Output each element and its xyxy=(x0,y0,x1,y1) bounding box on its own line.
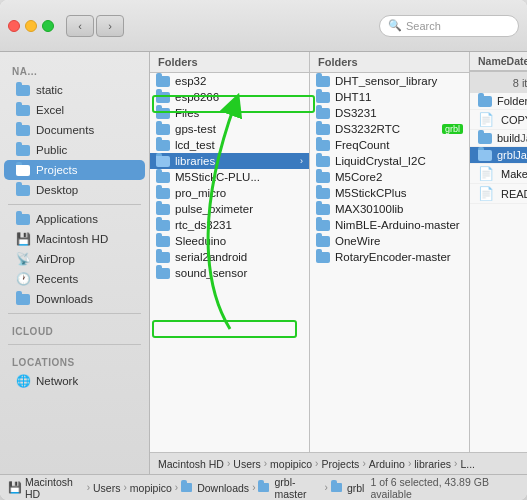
col-item-dht11[interactable]: DHT11 xyxy=(310,89,469,105)
folder-icon xyxy=(16,183,30,197)
path-separator: › xyxy=(252,482,255,493)
path-item-grbl-master[interactable]: grbl-master xyxy=(258,476,321,500)
column-1-header: Folders xyxy=(150,52,309,73)
col-item-ds3231[interactable]: DS3231 xyxy=(310,105,469,121)
folder-icon xyxy=(156,188,170,199)
col-item-rtc-ds3231[interactable]: rtc_ds3231 xyxy=(150,217,309,233)
path-text: grbl xyxy=(347,482,365,494)
folder-icon xyxy=(316,252,330,263)
path-item[interactable]: L... xyxy=(460,458,475,470)
sidebar-item-projects[interactable]: Projects xyxy=(4,160,145,180)
document-icon: 📄 xyxy=(478,166,494,181)
folder-icon xyxy=(156,76,170,87)
path-item[interactable]: Arduino xyxy=(369,458,405,470)
path-item-users[interactable]: Users xyxy=(93,482,120,494)
col-item-label: DHT_sensor_library xyxy=(335,75,463,87)
col-item-liquidcrystal[interactable]: LiquidCrystal_I2C xyxy=(310,153,469,169)
list-item-makefile[interactable]: 📄 Makefile January 23, 2021 9:15 3 KB Ma… xyxy=(470,164,527,184)
folder-icon xyxy=(316,188,330,199)
col-item-max30100[interactable]: MAX30100lib xyxy=(310,201,469,217)
col-item-label: libraries xyxy=(175,155,295,167)
sidebar-item-excel[interactable]: Excel xyxy=(4,100,145,120)
sidebar-item-downloads[interactable]: Downloads xyxy=(4,289,145,309)
col-item-libraries[interactable]: libraries › xyxy=(150,153,309,169)
search-box[interactable]: 🔍 Search xyxy=(379,15,519,37)
path-item[interactable]: Macintosh HD xyxy=(158,458,224,470)
list-view: Name Date Modified Size Kind 8 items, 43… xyxy=(470,52,527,452)
sidebar-label-excel: Excel xyxy=(36,104,64,116)
sidebar-item-desktop[interactable]: Desktop xyxy=(4,180,145,200)
path-item-mopipico[interactable]: mopipico xyxy=(130,482,172,494)
sidebar-item-applications[interactable]: Applications xyxy=(4,209,145,229)
col-item-sound-sensor[interactable]: sound_sensor xyxy=(150,265,309,281)
sidebar-item-network[interactable]: 🌐 Network xyxy=(4,371,145,391)
folder-icon xyxy=(478,150,492,161)
list-item-build[interactable]: build January 23, 2021 9:15 -- Folder xyxy=(470,130,527,147)
column-2-header: Folders xyxy=(310,52,469,73)
col-item-pulse-oximeter[interactable]: pulse_oximeter xyxy=(150,201,309,217)
col-item-label: DS3232RTC xyxy=(335,123,434,135)
list-item-copying[interactable]: 📄 COPYING January 23, 2021 9:15 35 KB Do… xyxy=(470,110,527,130)
col-item-dht-sensor[interactable]: DHT_sensor_library xyxy=(310,73,469,89)
path-text: Downloads xyxy=(197,482,249,494)
sidebar-item-public[interactable]: Public xyxy=(4,140,145,160)
col-item-pro-micro[interactable]: pro_micro xyxy=(150,185,309,201)
sidebar-item-macintosh-hd[interactable]: 💾 Macintosh HD xyxy=(4,229,145,249)
folder-icon xyxy=(478,133,492,144)
path-item-downloads[interactable]: Downloads xyxy=(181,482,249,494)
path-item[interactable]: libraries xyxy=(414,458,451,470)
folder-icon xyxy=(156,92,170,103)
col-item-onewire[interactable]: OneWire xyxy=(310,233,469,249)
list-header: Name Date Modified Size Kind xyxy=(470,52,527,71)
list-item-name: Folder xyxy=(497,95,527,107)
sidebar-label-projects: Projects xyxy=(36,164,78,176)
list-item-grbl[interactable]: grbl January 23, 2021 9:15 -- Folder xyxy=(470,147,527,164)
sidebar-item-static[interactable]: static xyxy=(4,80,145,100)
col-item-label: OneWire xyxy=(335,235,463,247)
col-item-gps-test[interactable]: gps-test xyxy=(150,121,309,137)
col-item-esp32[interactable]: esp32 xyxy=(150,73,309,89)
col-item-files[interactable]: Files xyxy=(150,105,309,121)
sidebar-label-downloads: Downloads xyxy=(36,293,93,305)
path-item-grbl[interactable]: grbl xyxy=(331,482,365,494)
col-item-m5stickcplus[interactable]: M5StickCPlus xyxy=(310,185,469,201)
folder-icon xyxy=(16,123,30,137)
fullscreen-button[interactable] xyxy=(42,20,54,32)
folder-icon xyxy=(16,292,30,306)
col-item-freqcount[interactable]: FreqCount xyxy=(310,137,469,153)
sidebar-section-label-locations: Locations xyxy=(0,349,149,371)
col-item-sleeduino[interactable]: Sleeduino xyxy=(150,233,309,249)
bottom-status: 1 of 6 selected, 43.89 GB available xyxy=(370,476,519,500)
col-item-esp8266[interactable]: esp8266 xyxy=(150,89,309,105)
col-item-m5stickc[interactable]: M5StickC-PLU... xyxy=(150,169,309,185)
minimize-button[interactable] xyxy=(25,20,37,32)
col-item-serial2android[interactable]: serial2android xyxy=(150,249,309,265)
sidebar-label-macintosh-hd: Macintosh HD xyxy=(36,233,108,245)
back-button[interactable]: ‹ xyxy=(66,15,94,37)
list-item-name: grbl xyxy=(497,149,515,161)
path-item[interactable]: mopipico xyxy=(270,458,312,470)
path-item[interactable]: Projects xyxy=(321,458,359,470)
sidebar-label-network: Network xyxy=(36,375,78,387)
forward-button[interactable]: › xyxy=(96,15,124,37)
list-item-readme[interactable]: 📄 README.md January 23, 2021 9:15 5 KB M… xyxy=(470,184,527,204)
search-placeholder: Search xyxy=(406,20,441,32)
path-item[interactable]: Users xyxy=(233,458,260,470)
col-item-lcd-test[interactable]: lcd_test xyxy=(150,137,309,153)
sidebar-label-desktop: Desktop xyxy=(36,184,78,196)
close-button[interactable] xyxy=(8,20,20,32)
sidebar-item-airdrop[interactable]: 📡 AirDrop xyxy=(4,249,145,269)
col-item-m5core2[interactable]: M5Core2 xyxy=(310,169,469,185)
path-separator: › xyxy=(123,482,126,493)
path-item-macintosh[interactable]: 💾 Macintosh HD xyxy=(8,476,84,500)
col-item-rotary-encoder[interactable]: RotaryEncoder-master xyxy=(310,249,469,265)
list-item[interactable]: Folder January 23, 2021 9:15 -- Folder xyxy=(470,93,527,110)
folder-icon xyxy=(16,212,30,226)
sidebar-label-recents: Recents xyxy=(36,273,78,285)
path-text: grbl-master xyxy=(274,476,321,500)
sidebar-item-documents[interactable]: Documents xyxy=(4,120,145,140)
col-item-ds3232rtc[interactable]: DS3232RTC grbl xyxy=(310,121,469,137)
sidebar-label-documents: Documents xyxy=(36,124,94,136)
sidebar-item-recents[interactable]: 🕐 Recents xyxy=(4,269,145,289)
col-item-nimble[interactable]: NimBLE-Arduino-master xyxy=(310,217,469,233)
